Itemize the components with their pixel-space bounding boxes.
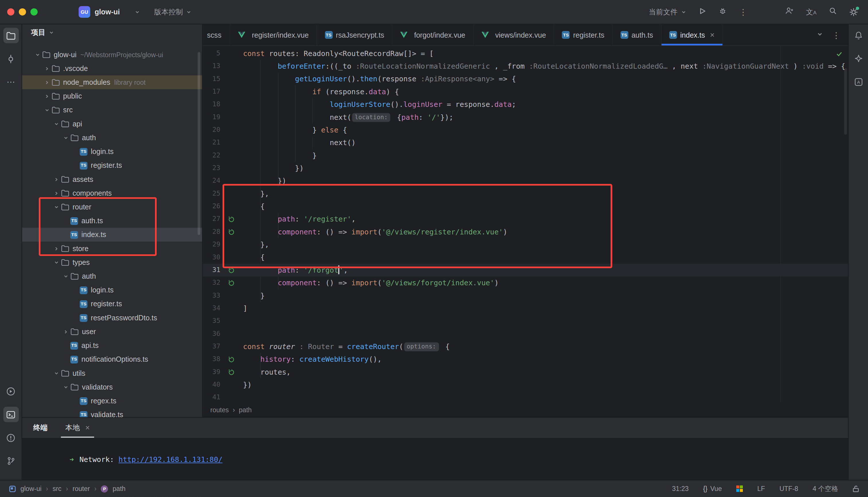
breadcrumb-item[interactable]: path xyxy=(239,406,252,414)
editor-tab-rsaJsencrypt.ts[interactable]: TSrsaJsencrypt.ts xyxy=(317,25,392,45)
tree-item-register.ts[interactable]: TSregister.ts xyxy=(22,159,202,172)
code-pane[interactable]: 5const routes: Readonly<RouteRecordRaw[]… xyxy=(203,46,848,403)
editor-tab-scss[interactable]: scss xyxy=(203,25,230,45)
chevron-collapsed-icon[interactable] xyxy=(43,94,52,99)
close-icon[interactable]: × xyxy=(710,31,715,39)
tree-item-types[interactable]: types xyxy=(22,255,202,269)
code-line-26[interactable]: 26{ xyxy=(203,200,848,213)
more-tool-windows-button[interactable]: ⋯ xyxy=(3,74,19,90)
maximize-window-button[interactable] xyxy=(30,8,38,15)
editor-tab-register.ts[interactable]: TSregister.ts xyxy=(554,25,613,45)
tree-item-store[interactable]: store xyxy=(22,242,202,255)
chevron-expanded-icon[interactable] xyxy=(52,121,61,126)
chevron-collapsed-icon[interactable] xyxy=(43,66,52,71)
assistant-panel-button[interactable]: A xyxy=(851,74,866,90)
project-panel-header[interactable]: 项目 xyxy=(22,25,202,41)
terminal-tab-local[interactable]: 本地 × xyxy=(61,417,94,437)
tree-item-validate.ts[interactable]: TSvalidate.ts xyxy=(22,408,202,417)
editor-tab-forgot/index.vue[interactable]: forgot/index.vue xyxy=(392,25,474,45)
project-menu-chevron[interactable] xyxy=(134,9,140,15)
code-line-23[interactable]: 23}) xyxy=(203,162,848,174)
code-line-31[interactable]: 31path: '/forgot', xyxy=(203,264,848,276)
tree-item-login.ts[interactable]: TSlogin.ts xyxy=(22,283,202,297)
code-line-15[interactable]: 15getLoginUser().then(response :ApiRespo… xyxy=(203,73,848,85)
editor-tab-auth.ts[interactable]: TSauth.ts xyxy=(613,25,661,45)
chevron-expanded-icon[interactable] xyxy=(61,135,70,141)
encoding-widget[interactable]: UTF-8 xyxy=(779,485,798,493)
tree-item-login.ts[interactable]: TSlogin.ts xyxy=(22,144,202,158)
tree-item-.vscode[interactable]: .vscode xyxy=(22,61,202,75)
tree-item-api.ts[interactable]: TSapi.ts xyxy=(22,338,202,352)
editor-tab-index.ts[interactable]: TSindex.ts× xyxy=(661,25,723,45)
tree-item-router[interactable]: router xyxy=(22,200,202,214)
tree-item-user[interactable]: user xyxy=(22,325,202,338)
statusbar-crumb-path[interactable]: path xyxy=(113,485,126,493)
code-line-24[interactable]: 24}) xyxy=(203,174,848,187)
code-line-30[interactable]: 30{ xyxy=(203,251,848,264)
breadcrumb-item[interactable]: routes xyxy=(210,406,229,414)
code-line-36[interactable]: 36 xyxy=(203,327,848,340)
tab-list-dropdown[interactable] xyxy=(816,30,823,40)
code-line-38[interactable]: 38history: createWebHistory(), xyxy=(203,353,848,366)
code-line-17[interactable]: 17if (response.data) { xyxy=(203,85,848,98)
code-line-37[interactable]: 37const router : Router = createRouter(o… xyxy=(203,340,848,353)
indent-widget[interactable]: 4 个空格 xyxy=(813,484,838,494)
tree-item-auth[interactable]: auth xyxy=(22,269,202,283)
code-line-35[interactable]: 35 xyxy=(203,315,848,327)
tree-item-auth[interactable]: auth xyxy=(22,131,202,144)
tab-more-actions[interactable]: ⋮ xyxy=(832,31,840,39)
tree-item-assets[interactable]: assets xyxy=(22,172,202,186)
code-style-widget[interactable]: {} Vue xyxy=(703,485,722,493)
tree-item-resetPasswordDto.ts[interactable]: TSresetPasswordDto.ts xyxy=(22,311,202,325)
statusbar-crumb-router[interactable]: router xyxy=(73,485,90,493)
code-line-19[interactable]: 19next(location: {path: '/'}); xyxy=(203,111,848,124)
code-line-40[interactable]: 40}) xyxy=(203,378,848,391)
editor-scrollbar[interactable] xyxy=(844,68,847,134)
caret-position-widget[interactable]: 31:23 xyxy=(672,485,689,493)
tree-item-auth.ts[interactable]: TSauth.ts xyxy=(22,214,202,228)
run-target-widget[interactable] xyxy=(736,485,743,492)
problems-tool-button[interactable] xyxy=(3,430,19,445)
code-line-25[interactable]: 25}, xyxy=(203,187,848,200)
terminal-tool-button[interactable] xyxy=(3,407,19,422)
tree-item-node_modules[interactable]: node_moduleslibrary root xyxy=(22,75,202,89)
translate-icon[interactable]: 文A xyxy=(806,8,816,15)
chevron-collapsed-icon[interactable] xyxy=(52,176,61,182)
tree-item-register.ts[interactable]: TSregister.ts xyxy=(22,297,202,311)
editor-tab-register/index.vue[interactable]: register/index.vue xyxy=(230,25,317,45)
close-icon[interactable]: × xyxy=(85,424,90,431)
tree-item-regex.ts[interactable]: TSregex.ts xyxy=(22,394,202,408)
code-line-33[interactable]: 33} xyxy=(203,289,848,302)
run-button[interactable] xyxy=(698,7,706,17)
statusbar-crumb-src[interactable]: src xyxy=(53,485,61,493)
commit-tool-button[interactable] xyxy=(3,51,19,66)
gutter-modified-icon[interactable] xyxy=(225,366,238,378)
tree-item-glow-ui[interactable]: glow-ui~/WebstormProjects/glow-ui xyxy=(22,48,202,61)
code-line-13[interactable]: 13beforeEnter:((_to :RouteLocationNormal… xyxy=(203,60,848,72)
code-line-20[interactable]: 20} else { xyxy=(203,124,848,136)
gutter-modified-icon[interactable] xyxy=(225,276,238,289)
readonly-toggle[interactable] xyxy=(853,485,859,492)
gutter-modified-icon[interactable] xyxy=(225,264,238,276)
code-line-18[interactable]: 18loginUserStore().loginUser = response.… xyxy=(203,98,848,111)
chevron-expanded-icon[interactable] xyxy=(61,273,70,279)
code-line-5[interactable]: 5const routes: Readonly<RouteRecordRaw[]… xyxy=(203,47,848,60)
notifications-button[interactable] xyxy=(851,28,866,43)
code-line-28[interactable]: 28component: () => import('@/views/regis… xyxy=(203,226,848,238)
ai-assistant-button[interactable] xyxy=(851,51,866,66)
code-line-29[interactable]: 29}, xyxy=(203,238,848,251)
terminal-title[interactable]: 终端 xyxy=(33,423,48,432)
chevron-collapsed-icon[interactable] xyxy=(43,80,52,85)
more-actions-button[interactable]: ⋮ xyxy=(739,8,748,16)
services-tool-button[interactable] xyxy=(3,384,19,399)
code-line-27[interactable]: 27path: '/register', xyxy=(203,213,848,226)
code-line-32[interactable]: 32component: () => import('@/views/forgo… xyxy=(203,276,848,289)
project-name-menu[interactable]: glow-ui xyxy=(95,8,120,16)
project-scrollbar[interactable] xyxy=(197,52,200,235)
code-line-41[interactable]: 41 xyxy=(203,391,848,403)
code-line-21[interactable]: 21next() xyxy=(203,136,848,149)
code-with-me-button[interactable] xyxy=(785,6,794,17)
chevron-expanded-icon[interactable] xyxy=(61,384,70,389)
tree-item-components[interactable]: components xyxy=(22,186,202,200)
tree-item-index.ts[interactable]: TSindex.ts xyxy=(22,228,202,242)
